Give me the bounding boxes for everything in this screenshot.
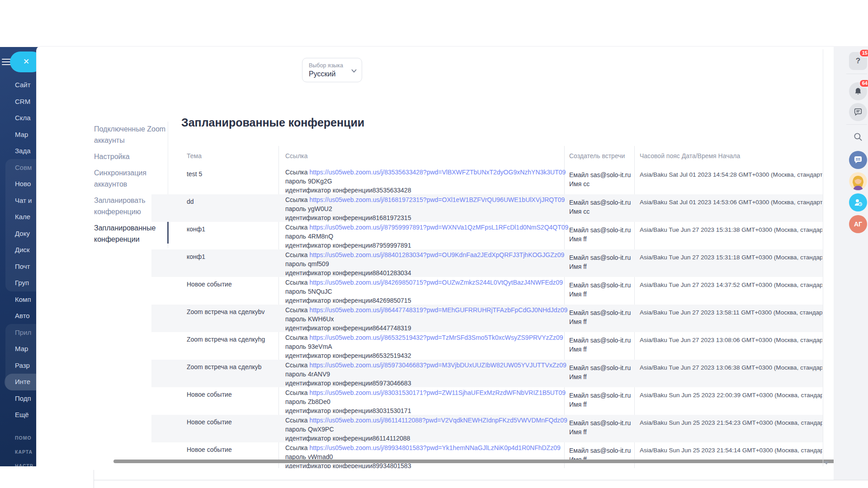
zoom-meeting-link[interactable]: https://us05web.zoom.us/j/87959997891?pw… (309, 224, 568, 231)
conference-creator-cell: Емайл sas@solo-it.ru Имя ff (569, 418, 632, 436)
zoom-meeting-link[interactable]: https://us05web.zoom.us/j/89934801583?pw… (309, 444, 560, 451)
password-label: пароль (285, 343, 306, 350)
vertical-scrollbar-track[interactable] (823, 49, 823, 466)
conference-topic: Новое событие (187, 281, 275, 288)
table-header: Тема Ссылка Создатель встречи Часовой по… (151, 146, 823, 167)
conference-link-cell: Ссылка https://us05web.zoom.us/j/8426985… (285, 278, 562, 305)
conference-link-cell: Ссылка https://us05web.zoom.us/j/8611411… (285, 416, 562, 443)
creator-name: ff (583, 373, 587, 380)
name-label: Имя (569, 373, 581, 380)
chat-history-button[interactable] (849, 103, 867, 121)
help-button[interactable]: ? 15 (849, 52, 867, 70)
email-label: Емайл (569, 419, 589, 427)
link-label: Ссылка (285, 251, 308, 258)
link-label: Ссылка (285, 306, 308, 314)
conference-id-label: идентификатор конференции (285, 187, 373, 194)
conference-id: 87959997891 (373, 242, 411, 249)
name-label: Имя (569, 346, 581, 353)
creator-email: sas@solo-it.ru (590, 392, 631, 399)
zoom-meeting-link[interactable]: https://us05web.zoom.us/j/85973046683?pw… (309, 361, 566, 369)
conference-password: 4RM8nQ (308, 233, 333, 240)
conference-password: qmf509 (308, 260, 329, 267)
creator-name: ff (583, 428, 587, 436)
creator-name: ff (583, 291, 587, 298)
password-label: пароль (285, 315, 306, 323)
table-row: dd Ссылка https://us05web.zoom.us/j/8168… (151, 194, 823, 222)
conference-id: 88401283034 (373, 269, 411, 277)
bottom-divider-vertical (94, 470, 94, 488)
conference-password: 4rANV9 (308, 371, 330, 378)
email-label: Емайл (569, 282, 589, 289)
table-row: Zoom встреча на сделкуhg Ссылка https://… (151, 332, 823, 360)
header-creator: Создатель встречи (569, 152, 625, 160)
zoom-meeting-link[interactable]: https://us05web.zoom.us/j/81681972315?pw… (309, 196, 565, 203)
language-selector-label: Выбор языка (309, 62, 343, 69)
scroll-down-arrow[interactable] (824, 461, 829, 465)
people-chat-icon (853, 155, 863, 165)
conference-topic: Zoom встреча на сделкуb (187, 363, 275, 371)
link-label: Ссылка (285, 169, 308, 176)
conference-start-time: Asia/Baku Tue Jun 27 2023 13:06:38 GMT+0… (640, 364, 822, 371)
profile-initials-badge[interactable]: АГ (849, 215, 867, 233)
language-selector[interactable]: Выбор языка Русский (302, 58, 362, 82)
conference-start-time: Asia/Baku Sun Jun 25 2023 22:00:39 GMT+0… (640, 392, 822, 399)
email-label: Емайл (569, 309, 589, 316)
zoom-meeting-link[interactable]: https://us05web.zoom.us/j/83031530171?pw… (309, 389, 566, 396)
conference-topic: dd (187, 198, 275, 205)
name-label: Имя (569, 235, 581, 243)
creator-name: cc (583, 180, 590, 188)
zoom-meeting-link[interactable]: https://us05web.zoom.us/j/86447748319?pw… (309, 306, 567, 314)
avatar-image (849, 172, 867, 190)
creator-name: ff (583, 263, 587, 270)
conference-id: 83535633428 (373, 187, 411, 194)
conference-link-cell: Ссылка https://us05web.zoom.us/j/8644774… (285, 305, 562, 333)
conference-id: 81681972315 (373, 214, 411, 221)
email-label: Емайл (569, 392, 589, 399)
conference-topic: Новое событие (187, 391, 275, 398)
conference-topic: Новое событие (187, 418, 275, 426)
creator-email: sas@solo-it.ru (590, 226, 631, 234)
creator-name: ff (583, 235, 587, 243)
rail-divider (846, 74, 867, 74)
password-label: пароль (285, 288, 306, 295)
email-label: Емайл (569, 254, 589, 261)
creator-email: sas@solo-it.ru (590, 171, 631, 178)
link-label: Ссылка (285, 389, 308, 396)
zoom-meeting-link[interactable]: https://us05web.zoom.us/j/86532519432?pw… (309, 334, 563, 341)
notifications-badge: 64 (859, 79, 868, 88)
conference-creator-cell: Емайл sas@solo-it.ru Имя cc (569, 170, 632, 188)
table-row: Новое событие Ссылка https://us05web.zoo… (151, 277, 823, 305)
conference-link-cell: Ссылка https://us05web.zoom.us/j/8353563… (285, 168, 562, 195)
creator-name: ff (583, 401, 587, 408)
conference-id: 85973046683 (373, 380, 411, 387)
notifications-button[interactable]: 64 (849, 82, 867, 100)
zoom-meeting-link[interactable]: https://us05web.zoom.us/j/86114112088?pw… (309, 417, 567, 424)
email-label: Емайл (569, 447, 589, 454)
conference-link-cell: Ссылка https://us05web.zoom.us/j/8168197… (285, 195, 562, 222)
link-label: Ссылка (285, 196, 308, 203)
zoom-meeting-link[interactable]: https://us05web.zoom.us/j/83535633428?pw… (309, 169, 566, 176)
zoom-meeting-link[interactable]: https://us05web.zoom.us/j/84269850715?pw… (309, 279, 563, 286)
password-label: пароль (285, 205, 306, 212)
zoom-nav-item[interactable]: Подключенные Zoom аккаунты (94, 123, 166, 146)
chevron-down-icon (351, 68, 357, 74)
creator-name: ff (583, 318, 587, 325)
bottom-divider (94, 480, 868, 480)
creator-name: ff (583, 346, 587, 353)
horizontal-scrollbar[interactable] (113, 460, 842, 463)
conference-id-label: идентификатор конференции (285, 269, 373, 277)
conference-link-cell: Ссылка https://us05web.zoom.us/j/8993480… (285, 443, 562, 468)
zoom-app-panel: Выбор языка Русский Подключенные Zoom ак… (36, 46, 834, 480)
conference-link-cell: Ссылка https://us05web.zoom.us/j/8597304… (285, 361, 562, 388)
link-label: Ссылка (285, 334, 308, 341)
search-button[interactable] (849, 129, 867, 145)
zoom-meeting-link[interactable]: https://us05web.zoom.us/j/88401283034?pw… (309, 251, 564, 258)
user-avatar[interactable] (849, 172, 867, 190)
conference-creator-cell: Емайл sas@solo-it.ru Имя ff (569, 308, 632, 326)
messenger-button[interactable] (849, 151, 867, 169)
conference-id-label: идентификатор конференции (285, 242, 373, 249)
conference-id: 84269850715 (373, 297, 411, 304)
conference-password: 5NQuJC (308, 288, 332, 295)
conferences-table: Тема Ссылка Создатель встречи Часовой по… (151, 146, 823, 468)
invite-users-button[interactable] (849, 193, 867, 211)
